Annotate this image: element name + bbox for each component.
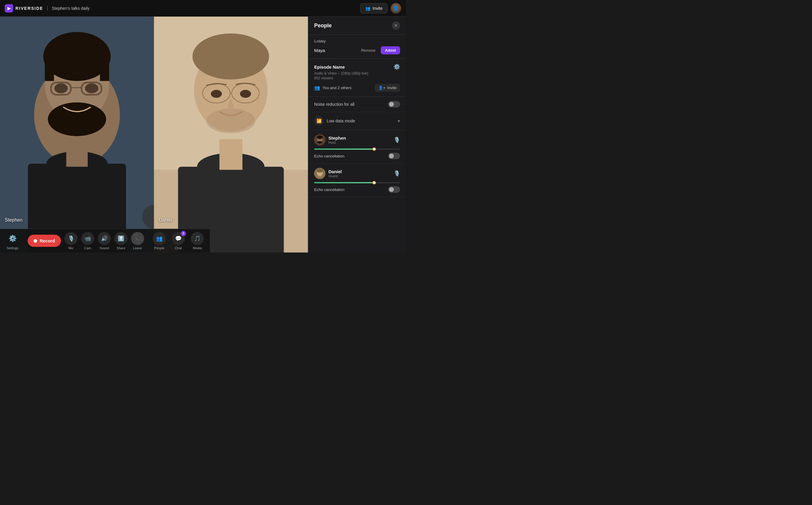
settings-button[interactable]: ⚙️ Settings <box>6 232 19 250</box>
people-sidebar: People ✕ Lobby Maya Remove Admit Episode… <box>308 17 406 252</box>
bottom-right-controls: 👥 People 💬 2 Chat 🎵 Media <box>153 232 204 250</box>
stephen-volume-fill <box>314 149 376 150</box>
daniel-volume-thumb <box>372 181 376 184</box>
stephen-volume-track[interactable] <box>314 149 400 150</box>
svg-rect-14 <box>66 139 88 167</box>
video-panel-stephen: Stephen <box>0 17 154 252</box>
media-button[interactable]: 🎵 Media <box>191 232 204 250</box>
daniel-mic-icon[interactable]: 🎙️ <box>394 170 400 177</box>
participants-info: 👥 You and 2 others <box>314 85 352 91</box>
share-icon: ⬆️ <box>114 232 128 245</box>
daniel-info: Daniel Guest <box>328 169 391 178</box>
chevron-down-icon: ▾ <box>398 118 400 124</box>
sound-button[interactable]: 🔊 Sound <box>98 232 111 250</box>
svg-point-26 <box>211 90 222 98</box>
daniel-echo-label: Echo cancellation <box>314 187 345 192</box>
mic-button[interactable]: 🎙️ Mic <box>64 232 78 250</box>
stephen-volume-bar <box>314 149 400 150</box>
low-data-left: 📶 Low data mode <box>314 116 355 126</box>
stephen-role: Host <box>328 141 391 145</box>
video-face-stephen <box>0 17 154 252</box>
svg-point-22 <box>206 109 255 133</box>
media-icon: 🎵 <box>191 232 204 245</box>
session-title: Stephen's talks daily <box>52 6 90 11</box>
logo-icon: ▶ <box>5 4 13 12</box>
remove-button[interactable]: Remove <box>358 46 378 54</box>
lobby-person-name: Maya <box>314 48 325 53</box>
mic-icon: 🎙️ <box>64 232 78 245</box>
person-card-daniel: Daniel Guest 🎙️ Echo cancellation <box>308 164 406 197</box>
daniel-avatar <box>314 168 325 179</box>
sound-label: Sound <box>100 246 109 250</box>
svg-rect-5 <box>100 56 109 81</box>
invite-label: Invite <box>373 6 383 11</box>
record-label: Record <box>39 238 55 243</box>
svg-point-10 <box>54 83 68 93</box>
daniel-volume-track[interactable] <box>314 182 400 183</box>
episode-subtitle: Audio & Video – 1080p (480p live) <box>314 71 400 75</box>
daniel-role: Guest <box>328 174 391 178</box>
svg-point-34 <box>316 168 323 173</box>
stephen-mic-icon[interactable]: 🎙️ <box>394 137 400 143</box>
stephen-echo-row: Echo cancellation <box>314 153 400 159</box>
user-avatar[interactable]: 👤 <box>391 3 401 14</box>
sidebar-header: People ✕ <box>308 17 406 35</box>
close-sidebar-button[interactable]: ✕ <box>392 21 400 30</box>
main-area: Stephen <box>0 17 406 252</box>
episode-settings-icon[interactable]: ⚙️ <box>394 63 400 70</box>
daniel-volume-bar <box>314 182 400 183</box>
episode-name: Episode Name <box>314 64 345 69</box>
svg-point-11 <box>85 83 98 93</box>
svg-rect-19 <box>219 139 242 170</box>
video-face-daniel <box>154 17 308 252</box>
stephen-volume-thumb <box>372 147 376 151</box>
noise-reduction-section: Noise reduction for all <box>308 97 406 112</box>
low-data-icon: 📶 <box>314 116 324 126</box>
sidebar-invite-label: Invite <box>387 86 397 90</box>
chat-badge: 2 <box>181 231 186 236</box>
record-button[interactable]: Record <box>28 235 61 247</box>
logo-text: RIVERSIDE <box>15 6 43 11</box>
svg-point-21 <box>192 34 269 79</box>
stephen-echo-toggle[interactable] <box>388 153 400 159</box>
daniel-echo-toggle[interactable] <box>388 186 400 193</box>
people-button[interactable]: 👥 People <box>153 232 166 250</box>
sound-icon: 🔊 <box>98 232 111 245</box>
sidebar-invite-icon: 👤+ <box>378 86 386 90</box>
chat-button[interactable]: 💬 2 Chat <box>172 232 185 250</box>
people-icon: 👥 <box>153 232 166 245</box>
share-button[interactable]: ⬆️ Share <box>114 232 128 250</box>
invite-icon: 👥 <box>365 6 370 11</box>
logo: ▶ RIVERSIDE <box>5 4 43 12</box>
lobby-person-row: Maya Remove Admit <box>314 46 400 54</box>
low-data-section[interactable]: 📶 Low data mode ▾ <box>308 112 406 130</box>
chat-label: Chat <box>175 246 181 250</box>
svg-point-27 <box>240 90 251 98</box>
leave-button[interactable]: 📞 Leave <box>131 232 144 250</box>
svg-point-35 <box>317 175 322 177</box>
cam-button[interactable]: 📹 Cam <box>81 232 94 250</box>
mic-label: Mic <box>69 246 74 250</box>
participants-row: 👥 You and 2 others 👤+ Invite <box>314 84 400 92</box>
noise-reduction-label: Noise reduction for all <box>314 102 354 107</box>
svg-point-6 <box>48 103 106 136</box>
lobby-section: Lobby Maya Remove Admit <box>308 35 406 59</box>
bottom-center-controls: Record 🎙️ Mic 📹 Cam 🔊 Sound ⬆️ Share <box>28 232 144 250</box>
gear-icon: ⚙️ <box>6 232 19 245</box>
lobby-actions: Remove Admit <box>358 46 400 54</box>
admit-button[interactable]: Admit <box>381 46 400 54</box>
toggle-knob-2 <box>389 154 394 158</box>
sidebar-invite-button[interactable]: 👤+ Invite <box>375 84 400 92</box>
svg-point-31 <box>317 141 322 144</box>
daniel-name: Daniel <box>328 169 391 174</box>
video-panel-daniel: Daniel <box>154 17 308 252</box>
stephen-info: Stephen Host <box>328 136 391 145</box>
invite-button[interactable]: 👥 Invite <box>360 3 388 13</box>
header-right: 👥 Invite 👤 <box>360 3 401 14</box>
noise-reduction-toggle[interactable] <box>388 101 400 108</box>
header: ▶ RIVERSIDE | Stephen's talks daily 👥 In… <box>0 0 406 17</box>
low-data-label: Low data mode <box>327 119 355 123</box>
episode-viewers: 852 viewers <box>314 76 400 80</box>
participants-count: You and 2 others <box>322 86 352 90</box>
svg-point-30 <box>317 136 323 139</box>
